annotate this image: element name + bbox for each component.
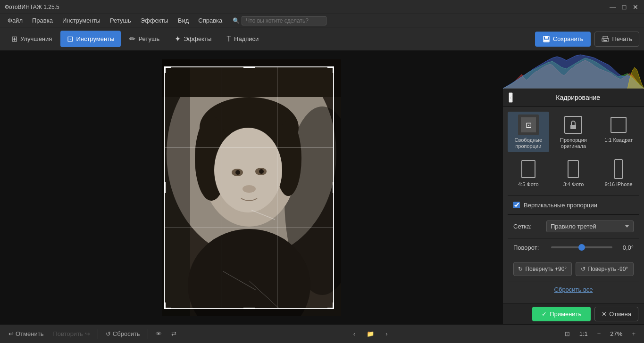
rotate-cw-button[interactable]: ↻ Повернуть +90° (513, 262, 572, 276)
zoom-in-button[interactable]: + (628, 328, 639, 339)
zoom-fit-button[interactable]: ⊡ (561, 328, 574, 339)
panel-divider-3 (508, 238, 639, 238)
print-button[interactable]: Печать (594, 32, 639, 47)
reset-button[interactable]: ↺ Сбросить (102, 328, 144, 339)
improvements-icon: ⊞ (11, 34, 17, 43)
crop-option-3x4[interactable]: 3:4 Фото (553, 156, 594, 190)
crop-free-icon: ⊡ (518, 114, 539, 135)
menu-view[interactable]: Вид (174, 16, 193, 25)
crop-option-4x5[interactable]: 4:5 Фото (508, 156, 549, 190)
rotate-cw-icon: ↻ (518, 266, 523, 272)
svg-rect-6 (603, 39, 604, 40)
reset-icon: ↺ (106, 330, 111, 337)
minimize-button[interactable]: — (609, 3, 617, 11)
crop-option-original[interactable]: Пропорцииоригинала (553, 112, 594, 152)
eye-icon: 👁 (156, 330, 162, 337)
redo-label: Повторить (53, 330, 83, 337)
tab-effects-label: Эффекты (184, 35, 211, 42)
menubar: Файл Правка Инструменты Ретушь Эффекты В… (0, 14, 644, 27)
menu-help[interactable]: Справка (194, 16, 226, 25)
redo-button[interactable]: Повторить ↪ (49, 328, 93, 339)
zoom-in-icon: + (632, 330, 636, 337)
zoom-fit-icon: ⊡ (565, 330, 570, 337)
panel-divider-1 (508, 196, 639, 196)
toolbar: ⊞ Улучшения ⊡ Инструменты ✏ Ретушь ✦ Эфф… (0, 27, 644, 51)
reset-all-link[interactable]: Сбросить все (554, 286, 593, 293)
menu-edit[interactable]: Правка (28, 16, 57, 25)
crop-square-label: 1:1 Квадрат (604, 137, 633, 143)
save-button[interactable]: Сохранить (535, 32, 591, 47)
menu-file[interactable]: Файл (4, 16, 26, 25)
crop-3x4-icon (563, 159, 584, 180)
rotate-ccw-icon: ↺ (581, 266, 585, 272)
nav-prev-button[interactable]: ‹ (350, 328, 359, 339)
window-controls: — □ ✕ (609, 3, 639, 11)
rotate-ccw-button[interactable]: ↺ Повернуть -90° (576, 262, 634, 276)
crop-option-free[interactable]: ⊡ Свободныепропорции (508, 112, 549, 152)
crop-option-square[interactable]: 1:1 Квадрат (598, 112, 639, 152)
vertical-proportions-checkbox[interactable] (513, 202, 520, 208)
svg-rect-27 (162, 59, 341, 316)
redo-icon: ↪ (85, 330, 90, 337)
crop-option-9x16[interactable]: 9:16 iPhone (598, 156, 639, 190)
rotate-buttons: ↻ Повернуть +90° ↺ Повернуть -90° (508, 259, 639, 279)
tab-effects[interactable]: ✦ Эффекты (168, 31, 218, 47)
undo-button[interactable]: ↩ Отменить (5, 328, 47, 339)
crop-original-icon (563, 114, 584, 135)
tools-icon: ⊡ (67, 34, 73, 43)
folder-button[interactable]: 📁 (363, 328, 378, 339)
canvas-area[interactable] (0, 51, 502, 324)
rotation-value: 0,0° (617, 244, 634, 251)
cancel-apply-button[interactable]: ✕ Отмена (594, 307, 638, 321)
undo-icon: ↩ (8, 330, 14, 337)
crop-original-label: Пропорцииоригинала (560, 137, 587, 149)
menu-instruments[interactable]: Инструменты (59, 16, 104, 25)
rotation-slider[interactable] (551, 246, 612, 248)
flip-icon: ⇄ (171, 330, 176, 337)
apply-bar: ✓ Применить ✕ Отмена (503, 303, 644, 324)
zoom-out-button[interactable]: − (594, 328, 605, 339)
crop-free-label: Свободныепропорции (515, 137, 542, 149)
apply-label: Применить (550, 310, 581, 318)
tab-retouch[interactable]: ✏ Ретушь (123, 31, 166, 47)
photo-svg (162, 59, 341, 316)
retouch-icon: ✏ (129, 34, 135, 43)
menu-retouch[interactable]: Ретушь (106, 16, 135, 25)
panel-back-button[interactable]: ‹ (509, 92, 513, 103)
tab-tools[interactable]: ⊡ Инструменты (60, 31, 121, 47)
menu-search-input[interactable] (242, 16, 326, 25)
panel-divider-2 (508, 214, 639, 215)
text-icon: T (226, 35, 231, 43)
crop-9x16-icon (608, 159, 629, 180)
panel-content: ⊡ Свободныепропорции Пропорцииоригинала (503, 107, 644, 303)
menu-search-container: 🔍 (233, 16, 326, 25)
svg-rect-5 (603, 40, 607, 41)
toolbar-tabs: ⊞ Улучшения ⊡ Инструменты ✏ Ретушь ✦ Эфф… (5, 31, 265, 47)
svg-rect-34 (611, 117, 626, 132)
grid-select[interactable]: Правило третей Нет Сетка Диагональ Треуг… (546, 220, 634, 232)
svg-rect-33 (570, 125, 576, 129)
bottom-left: ↩ Отменить Повторить ↪ ↺ Сбросить 👁 ⇄ (5, 328, 180, 339)
panel-divider-4 (508, 257, 639, 257)
maximize-button[interactable]: □ (620, 3, 628, 11)
zoom-1to1-label: 1:1 (577, 329, 591, 338)
toolbar-actions: Сохранить Печать (535, 32, 639, 47)
menu-effects[interactable]: Эффекты (137, 16, 172, 25)
crop-4x5-label: 4:5 Фото (518, 181, 539, 188)
histogram (503, 51, 644, 89)
nav-next-button[interactable]: › (382, 328, 391, 339)
flip-button[interactable]: ⇄ (167, 328, 180, 339)
right-panel: ‹ Кадрирование ⊡ Свободныепропорции (502, 51, 644, 324)
preview-button[interactable]: 👁 (152, 328, 166, 339)
svg-rect-36 (568, 161, 578, 178)
tab-improvements[interactable]: ⊞ Улучшения (5, 31, 59, 47)
tab-text[interactable]: T Надписи (220, 31, 265, 47)
crop-4x5-icon (518, 159, 539, 180)
apply-button[interactable]: ✓ Применить (532, 307, 591, 321)
close-button[interactable]: ✕ (632, 3, 639, 11)
tab-retouch-label: Ретушь (138, 35, 159, 42)
svg-rect-35 (522, 161, 535, 178)
vertical-proportions-label: Вертикальные пропорции (524, 202, 597, 209)
app-title: ФотоВИНТАЖ 1.25.5 (5, 4, 59, 10)
apply-checkmark-icon: ✓ (542, 310, 547, 318)
